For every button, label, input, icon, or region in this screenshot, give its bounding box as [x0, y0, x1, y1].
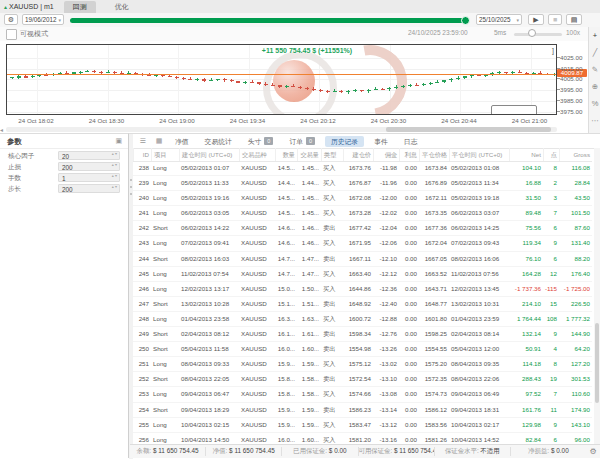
table-row[interactable]: 245Long11/02/2013 07:54XAUUSD14.7...1.47… — [133, 267, 592, 282]
cell: 1.58... — [297, 387, 321, 401]
panel-options-icon[interactable]: ▣ — [115, 137, 122, 145]
trendline-icon[interactable]: ╱ — [589, 44, 600, 61]
table-row[interactable]: 238Long05/02/2013 01:07XAUUSD14.5...1.45… — [133, 161, 592, 176]
chart-scroll-left-icon[interactable]: ◂ — [0, 126, 3, 133]
visual-mode-checkbox[interactable] — [6, 29, 17, 40]
table-row[interactable]: 241Long06/02/2013 03:05XAUUSD14.5...1.45… — [133, 206, 592, 221]
chart-hscrollbar[interactable] — [6, 127, 557, 132]
column-header[interactable]: 数量 — [275, 148, 297, 161]
table-row[interactable]: 243Long07/02/2013 09:41XAUUSD14.6...1.46… — [133, 236, 592, 251]
play-button[interactable]: ▶ — [528, 14, 544, 25]
column-header[interactable]: 类型 — [321, 148, 343, 161]
table-row[interactable]: 246Long12/02/2013 13:17XAUUSD15.0...1.50… — [133, 282, 592, 297]
stepper-icon[interactable]: ▴ ▾ — [112, 152, 117, 156]
cell: 0.00 — [399, 191, 419, 205]
results-tab-历史记录[interactable]: 历史记录 — [325, 136, 364, 147]
tab-backtest[interactable]: 回测 — [64, 1, 96, 13]
cell: 8 — [543, 161, 559, 175]
column-header[interactable]: 平仓时间 (UTC+0) — [449, 148, 509, 161]
cell: 116.08 — [559, 161, 592, 175]
table-row[interactable]: 242Short06/02/2013 14:22XAUUSD14.6...1.4… — [133, 221, 592, 236]
table-row[interactable]: 253Long09/04/2013 06:47XAUUSD15.8...1.58… — [133, 387, 592, 402]
price-axis[interactable]: 4009.87 4025.004015.004005.003995.003985… — [557, 41, 588, 119]
column-header[interactable]: 点 — [543, 148, 559, 161]
results-tab-日志[interactable]: 日志 — [398, 136, 424, 147]
param-input[interactable]: 1▴ ▾ — [58, 173, 120, 182]
stepper-icon[interactable]: ▴ ▾ — [112, 163, 117, 167]
speed-slider[interactable] — [514, 33, 562, 36]
stop-button[interactable]: ■ — [548, 14, 562, 25]
candle — [511, 72, 515, 73]
cell: 1673.35 — [419, 206, 449, 220]
table-row[interactable]: 239Long05/02/2013 11:33XAUUSD14.4...1.44… — [133, 176, 592, 191]
cell: 15.1... — [275, 297, 297, 311]
column-header[interactable]: 建仓时间 (UTC+0) — [179, 148, 239, 161]
param-input[interactable]: 200▴ ▾ — [58, 162, 120, 171]
column-header[interactable]: Gross — [559, 148, 592, 161]
column-header[interactable]: 交易品种 — [239, 148, 275, 161]
results-tab-净值[interactable]: 净值 — [169, 136, 195, 147]
pencil-icon[interactable]: ✎ — [589, 61, 600, 78]
cell: 64.20 — [559, 342, 592, 356]
cell: 1.44... — [297, 176, 321, 190]
column-header[interactable]: Net — [509, 148, 543, 161]
cell: 0.00 — [399, 297, 419, 311]
table-row[interactable]: 248Long01/04/2013 23:58XAUUSD16.3...1.63… — [133, 312, 592, 327]
param-input[interactable]: 20▴ ▾ — [58, 151, 120, 160]
candlestick-plot[interactable]: +11 550 754.45 $ (+11551%) ] — [6, 44, 557, 115]
hand-icon[interactable]: ⊕ — [589, 78, 600, 95]
backtest-progress-bar[interactable] — [70, 18, 468, 23]
column-header[interactable]: 利息 — [399, 148, 419, 161]
results-tab-头寸[interactable]: 头寸0 — [242, 136, 280, 147]
speed-slider-handle[interactable] — [528, 29, 536, 37]
results-tab-订单[interactable]: 订单0 — [283, 136, 321, 147]
candle — [188, 79, 192, 80]
statusbar-gear-icon[interactable]: ⚙ — [586, 447, 600, 456]
column-header[interactable]: 项目 — [151, 148, 179, 161]
table-row[interactable]: 255Long10/04/2013 02:15XAUUSD15.9...1.59… — [133, 418, 592, 433]
results-tab-交易统计[interactable]: 交易统计 — [199, 136, 238, 147]
column-header[interactable]: 平仓价格 — [419, 148, 449, 161]
column-header[interactable]: 交易量 — [297, 148, 321, 161]
table-row[interactable]: 244Short08/02/2013 16:03XAUUSD14.7...1.4… — [133, 252, 592, 267]
settings-button[interactable]: ⚙ — [4, 14, 18, 25]
list-icon[interactable]: ☰ — [137, 136, 149, 146]
table-row[interactable]: 250Short05/04/2013 11:58XAUUSD16.0...1.6… — [133, 342, 592, 357]
table-row[interactable]: 252Short08/04/2013 22:05XAUUSD15.8...1.5… — [133, 372, 592, 387]
scale-handle-icon[interactable]: ] — [552, 47, 554, 54]
stepper-icon[interactable]: ▴ ▾ — [112, 174, 117, 178]
table-row[interactable]: 247Short13/02/2013 10:28XAUUSD15.1...1.5… — [133, 297, 592, 312]
count-badge: 0 — [306, 137, 315, 145]
start-date-select[interactable]: 19/06/2012 ▾ — [22, 14, 64, 25]
cell: XAUUSD — [239, 236, 275, 250]
table-vscrollbar[interactable] — [594, 148, 600, 444]
progress-handle[interactable] — [461, 16, 470, 25]
cell: 0.00 — [399, 312, 419, 326]
stepper-icon[interactable]: ▴ ▾ — [112, 185, 117, 189]
column-header[interactable]: 佣金 — [373, 148, 399, 161]
column-header[interactable]: 建仓价 — [343, 148, 373, 161]
grid-icon[interactable]: ▦ — [153, 136, 165, 146]
more-icon[interactable]: ⋯ — [589, 112, 600, 129]
report-button[interactable]: ▤ — [566, 14, 582, 25]
instrument-label[interactable]: ▴ XAUUSD | m1 — [4, 3, 54, 10]
tab-optimize[interactable]: 优化 — [106, 1, 138, 13]
cell: 买入 — [321, 433, 343, 444]
table-row[interactable]: 254Short09/04/2013 18:29XAUUSD15.9...1.5… — [133, 403, 592, 418]
percent-icon[interactable]: % — [589, 95, 600, 112]
param-input[interactable]: 200▴ ▾ — [58, 184, 120, 193]
cell: 0.00 — [399, 267, 419, 281]
table-vscroll-thumb[interactable] — [595, 323, 599, 403]
crosshair-icon[interactable]: + — [589, 27, 600, 44]
candle — [463, 76, 467, 78]
table-row[interactable]: 256Long10/04/2013 14:50XAUUSD16.0...1.60… — [133, 433, 592, 444]
table-row[interactable]: 249Short02/04/2013 08:12XAUUSD16.1...1.6… — [133, 327, 592, 342]
column-header[interactable]: ID — [133, 148, 151, 161]
chart-hscroll-thumb[interactable] — [386, 127, 551, 132]
results-tab-事件[interactable]: 事件 — [368, 136, 394, 147]
cell: Long — [151, 357, 179, 371]
end-date-select[interactable]: 25/10/2025 ▾ — [476, 14, 522, 25]
table-row[interactable]: 251Long08/04/2013 09:33XAUUSD15.9...1.59… — [133, 357, 592, 372]
time-axis[interactable]: 24 Oct 18:0224 Oct 18:3024 Oct 19:0024 O… — [6, 117, 557, 126]
table-row[interactable]: 240Long05/02/2013 19:16XAUUSD14.5...1.45… — [133, 191, 592, 206]
